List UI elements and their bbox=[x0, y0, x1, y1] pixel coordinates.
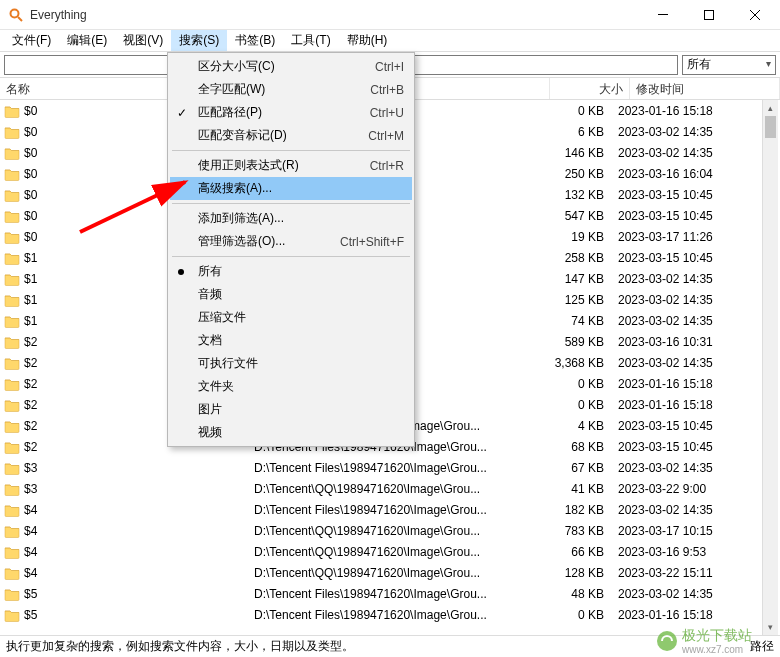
menu-item[interactable]: 区分大小写(C)Ctrl+I bbox=[170, 55, 412, 78]
folder-icon bbox=[4, 356, 20, 370]
cell-date: 2023-03-02 14:35 bbox=[612, 587, 762, 601]
menu-item[interactable]: 压缩文件 bbox=[170, 306, 412, 329]
scroll-down-icon[interactable]: ▾ bbox=[763, 619, 778, 635]
folder-icon bbox=[4, 167, 20, 181]
menu-item-label: 文档 bbox=[198, 332, 404, 349]
menu-item[interactable]: 音频 bbox=[170, 283, 412, 306]
cell-date: 2023-01-16 15:18 bbox=[612, 104, 762, 118]
svg-point-0 bbox=[11, 9, 19, 17]
file-name: $4 bbox=[24, 545, 37, 559]
menu-item[interactable]: 添加到筛选(A)... bbox=[170, 207, 412, 230]
folder-icon bbox=[4, 503, 20, 517]
filter-dropdown[interactable]: 所有 bbox=[682, 55, 776, 75]
cell-size: 3,368 KB bbox=[532, 356, 612, 370]
maximize-button[interactable] bbox=[686, 0, 732, 30]
table-row[interactable]: $5D:\Tencent Files\1989471620\Image\Grou… bbox=[0, 604, 762, 625]
menu-item[interactable]: 图片 bbox=[170, 398, 412, 421]
folder-icon bbox=[4, 293, 20, 307]
vertical-scrollbar[interactable]: ▴ ▾ bbox=[762, 100, 778, 635]
svg-rect-2 bbox=[658, 14, 668, 15]
cell-size: 128 KB bbox=[532, 566, 612, 580]
folder-icon bbox=[4, 587, 20, 601]
file-name: $0 bbox=[24, 125, 37, 139]
menu-搜索(S)[interactable]: 搜索(S) bbox=[171, 30, 227, 51]
menu-shortcut: Ctrl+Shift+F bbox=[340, 235, 404, 249]
menu-item-label: 区分大小写(C) bbox=[198, 58, 375, 75]
file-name: $2 bbox=[24, 356, 37, 370]
cell-name: $4 bbox=[4, 545, 254, 559]
cell-size: 547 KB bbox=[532, 209, 612, 223]
window-title: Everything bbox=[30, 8, 640, 22]
file-name: $3 bbox=[24, 461, 37, 475]
folder-icon bbox=[4, 377, 20, 391]
cell-size: 182 KB bbox=[532, 503, 612, 517]
menu-item[interactable]: 使用正则表达式(R)Ctrl+R bbox=[170, 154, 412, 177]
status-text: 执行更加复杂的搜索，例如搜索文件内容，大小，日期以及类型。 bbox=[6, 638, 354, 655]
table-row[interactable]: $4D:\Tencent\QQ\1989471620\Image\Grou...… bbox=[0, 562, 762, 583]
menu-item[interactable]: ✓匹配路径(P)Ctrl+U bbox=[170, 101, 412, 124]
cell-size: 66 KB bbox=[532, 545, 612, 559]
cell-date: 2023-03-02 14:35 bbox=[612, 461, 762, 475]
menu-item[interactable]: 匹配变音标记(D)Ctrl+M bbox=[170, 124, 412, 147]
table-row[interactable]: $4D:\Tencent Files\1989471620\Image\Grou… bbox=[0, 499, 762, 520]
cell-size: 146 KB bbox=[532, 146, 612, 160]
close-button[interactable] bbox=[732, 0, 778, 30]
menu-separator bbox=[172, 256, 410, 257]
svg-rect-3 bbox=[705, 10, 714, 19]
cell-path: D:\Tencent\QQ\1989471620\Image\Grou... bbox=[254, 524, 532, 538]
folder-icon bbox=[4, 251, 20, 265]
menu-视图(V)[interactable]: 视图(V) bbox=[115, 30, 171, 51]
cell-date: 2023-03-22 15:11 bbox=[612, 566, 762, 580]
search-menu-dropdown: 区分大小写(C)Ctrl+I全字匹配(W)Ctrl+B✓匹配路径(P)Ctrl+… bbox=[167, 52, 415, 447]
column-date[interactable]: 修改时间 bbox=[630, 78, 780, 99]
cell-date: 2023-03-02 14:35 bbox=[612, 314, 762, 328]
menu-工具(T)[interactable]: 工具(T) bbox=[283, 30, 338, 51]
cell-name: $5 bbox=[4, 587, 254, 601]
minimize-button[interactable] bbox=[640, 0, 686, 30]
cell-size: 4 KB bbox=[532, 419, 612, 433]
table-row[interactable]: $4D:\Tencent\QQ\1989471620\Image\Grou...… bbox=[0, 520, 762, 541]
table-row[interactable]: $3D:\Tencent\QQ\1989471620\Image\Grou...… bbox=[0, 478, 762, 499]
file-name: $0 bbox=[24, 104, 37, 118]
menu-item[interactable]: 视频 bbox=[170, 421, 412, 444]
menu-item[interactable]: 文件夹 bbox=[170, 375, 412, 398]
cell-date: 2023-01-16 15:18 bbox=[612, 608, 762, 622]
menu-编辑(E)[interactable]: 编辑(E) bbox=[59, 30, 115, 51]
file-name: $0 bbox=[24, 230, 37, 244]
menu-item[interactable]: 所有 bbox=[170, 260, 412, 283]
menu-item-label: 管理筛选器(O)... bbox=[198, 233, 340, 250]
scroll-thumb[interactable] bbox=[765, 116, 776, 138]
folder-icon bbox=[4, 566, 20, 580]
file-name: $2 bbox=[24, 377, 37, 391]
scroll-up-icon[interactable]: ▴ bbox=[763, 100, 778, 116]
file-name: $2 bbox=[24, 440, 37, 454]
menu-item[interactable]: 高级搜索(A)... bbox=[170, 177, 412, 200]
folder-icon bbox=[4, 272, 20, 286]
column-size[interactable]: 大小 bbox=[550, 78, 630, 99]
menu-item[interactable]: 管理筛选器(O)...Ctrl+Shift+F bbox=[170, 230, 412, 253]
cell-date: 2023-03-02 14:35 bbox=[612, 356, 762, 370]
menu-item-label: 匹配变音标记(D) bbox=[198, 127, 368, 144]
menu-文件(F)[interactable]: 文件(F) bbox=[4, 30, 59, 51]
folder-icon bbox=[4, 314, 20, 328]
menu-item[interactable]: 全字匹配(W)Ctrl+B bbox=[170, 78, 412, 101]
menu-separator bbox=[172, 150, 410, 151]
menu-帮助(H)[interactable]: 帮助(H) bbox=[339, 30, 396, 51]
cell-date: 2023-01-16 15:18 bbox=[612, 377, 762, 391]
menu-item[interactable]: 可执行文件 bbox=[170, 352, 412, 375]
cell-path: D:\Tencent\QQ\1989471620\Image\Grou... bbox=[254, 566, 532, 580]
file-name: $0 bbox=[24, 209, 37, 223]
menu-item-label: 所有 bbox=[198, 263, 404, 280]
status-bar: 执行更加复杂的搜索，例如搜索文件内容，大小，日期以及类型。 路径 bbox=[0, 635, 780, 657]
filter-label: 所有 bbox=[687, 56, 711, 73]
cell-date: 2023-03-22 9:00 bbox=[612, 482, 762, 496]
cell-path: D:\Tencent Files\1989471620\Image\Grou..… bbox=[254, 503, 532, 517]
app-icon bbox=[8, 7, 24, 23]
menu-书签(B)[interactable]: 书签(B) bbox=[227, 30, 283, 51]
table-row[interactable]: $5D:\Tencent Files\1989471620\Image\Grou… bbox=[0, 583, 762, 604]
cell-size: 783 KB bbox=[532, 524, 612, 538]
file-name: $4 bbox=[24, 524, 37, 538]
table-row[interactable]: $3D:\Tencent Files\1989471620\Image\Grou… bbox=[0, 457, 762, 478]
menu-item[interactable]: 文档 bbox=[170, 329, 412, 352]
table-row[interactable]: $4D:\Tencent\QQ\1989471620\Image\Grou...… bbox=[0, 541, 762, 562]
